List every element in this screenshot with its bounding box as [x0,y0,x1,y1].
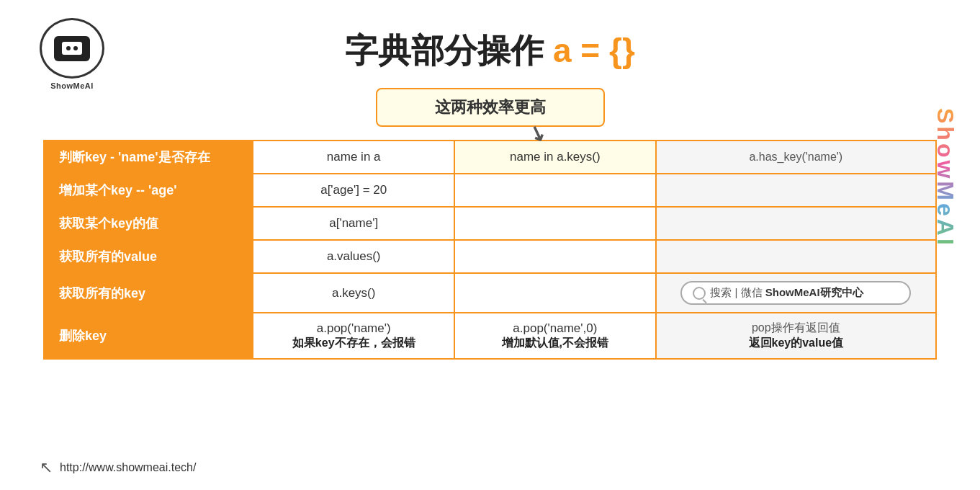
row-col3 [656,207,936,240]
row-col2: a.pop('name',0) 增加默认值,不会报错 [454,313,656,359]
table-row: 获取某个key的值 a['name'] [44,207,936,240]
row-col3: pop操作有返回值 返回key的value值 [656,313,936,359]
row-col2 [454,207,656,240]
table-row: 增加某个key -- 'age' a['age'] = 20 [44,174,936,207]
watermark: ShowMeAI [932,108,958,248]
footer: ↖ http://www.showmeai.tech/ [40,458,196,477]
col3-main: pop操作有返回值 [671,321,921,336]
page-container: ShowMeAI ShowMeAI 字典部分操作 a = {} 这两种效率更高 … [0,0,980,490]
row-col3 [656,240,936,273]
row-col1: a.values() [253,240,454,273]
logo-circle [40,18,104,79]
table-row: 判断key - 'name'是否存在 name in a name in a.k… [44,141,936,174]
table-row-delete: 删除key a.pop('name') 如果key不存在，会报错 a.pop('… [44,313,936,359]
footer-url[interactable]: http://www.showmeai.tech/ [60,461,196,474]
title-code: a = {} [544,32,635,69]
row-col2: name in a.keys() [454,141,656,174]
row-label: 获取所有的value [44,240,253,273]
highlight-box: 这两种效率更高 ↘ [376,88,605,127]
row-col2 [454,240,656,273]
col2-main: a.pop('name',0) [469,321,641,336]
row-col2 [454,273,656,313]
search-brand: ShowMeAI研究中心 [765,286,863,300]
row-label: 获取某个key的值 [44,207,253,240]
logo-screen [54,36,90,61]
row-col2 [454,174,656,207]
table-row: 获取所有的key a.keys() 搜索 | 微信 ShowMeAI研究中心 [44,273,936,313]
logo-area: ShowMeAI [36,18,108,90]
page-title: 字典部分操作 a = {} [43,22,937,74]
cursor-icon: ↖ [40,458,53,477]
title-main: 字典部分操作 [345,32,544,69]
highlight-text: 这两种效率更高 [435,98,546,116]
row-col1: name in a [253,141,454,174]
col1-sub: 如果key不存在，会报错 [268,336,439,351]
logo-eye-left [66,46,71,50]
row-col1: a['age'] = 20 [253,174,454,207]
row-label: 删除key [44,313,253,359]
row-col1: a.keys() [253,273,454,313]
col1-main: a.pop('name') [268,321,439,336]
col3-sub: 返回key的value值 [671,336,921,351]
row-col3: a.has_key('name') [656,141,936,174]
row-label: 判断key - 'name'是否存在 [44,141,253,174]
logo-face [62,42,82,55]
row-label: 增加某个key -- 'age' [44,174,253,207]
logo-eye-right [73,46,78,50]
col2-sub: 增加默认值,不会报错 [469,336,641,351]
search-box[interactable]: 搜索 | 微信 ShowMeAI研究中心 [680,281,911,305]
row-col3-search: 搜索 | 微信 ShowMeAI研究中心 [656,273,936,313]
row-label: 获取所有的key [44,273,253,313]
row-col1: a['name'] [253,207,454,240]
dict-table: 判断key - 'name'是否存在 name in a name in a.k… [43,140,937,360]
table-row: 获取所有的value a.values() [44,240,936,273]
row-col3 [656,174,936,207]
highlight-box-wrapper: 这两种效率更高 ↘ [43,88,937,127]
search-icon [693,287,706,300]
row-col1: a.pop('name') 如果key不存在，会报错 [253,313,454,359]
search-placeholder: 搜索 | 微信 [710,286,765,300]
